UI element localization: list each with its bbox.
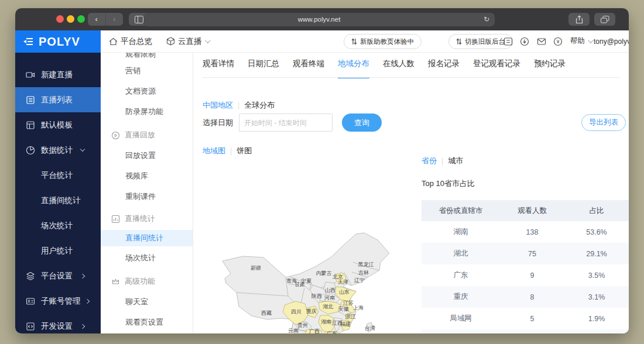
menu-item-watch-limit[interactable]: 观看限制 — [101, 53, 193, 63]
menu-item-session-stats[interactable]: 场次统计 — [101, 250, 193, 266]
menu-item-chatroom[interactable]: 聊天室 — [101, 294, 193, 310]
province-city-toggle: 省份|城市 — [422, 156, 463, 166]
sidebar-item-dev-settings[interactable]: 开发设置 — [15, 314, 101, 333]
camera-icon — [26, 70, 35, 80]
tabs-divider — [203, 77, 619, 78]
code-icon — [26, 322, 35, 331]
tab-registered-watch-records[interactable]: 登记观看记录 — [473, 59, 520, 78]
new-assistant-pill-button[interactable]: 新版助教页体验中 — [344, 34, 422, 49]
map-province-label: 云南 — [288, 328, 299, 333]
billing-icon[interactable]: ¥ — [553, 37, 563, 46]
sidebar-item-platform-stats[interactable]: 平台统计 — [15, 163, 101, 188]
zoom-window-button[interactable] — [77, 15, 85, 23]
cell-viewers: 75 — [500, 250, 564, 258]
region-china-toggle[interactable]: 中国地区 — [203, 101, 233, 109]
menu-item-label: 观看页设置 — [125, 318, 163, 326]
reload-icon[interactable]: ↻ — [484, 13, 489, 26]
province-toggle[interactable]: 省份 — [422, 156, 437, 166]
stats-tabs: 观看详情 日期汇总 观看终端 地域分布 在线人数 报名记录 登记观看记录 预约记… — [203, 59, 566, 78]
query-button[interactable]: 查询 — [342, 113, 382, 132]
date-range-input[interactable] — [239, 113, 333, 132]
account-menu[interactable]: tony@polyv.net — [594, 30, 629, 52]
chevron-down-icon — [204, 37, 210, 43]
map-province-label: 贵州 — [297, 322, 308, 328]
sidebar-item-session-stats[interactable]: 场次统计 — [15, 213, 101, 238]
map-province-label: 重庆 — [306, 308, 317, 314]
collapse-menu-icon[interactable] — [23, 37, 33, 46]
map-province-label: 宁夏 — [301, 278, 311, 284]
sidebar-item-label: 用户统计 — [41, 246, 73, 256]
tab-watch-terminal[interactable]: 观看终端 — [293, 59, 324, 78]
sidebar-item-default-template[interactable]: 默认模板 — [15, 112, 101, 137]
brand-logo[interactable]: POLYV — [15, 30, 101, 53]
pie-tab-toggle[interactable]: 饼图 — [237, 146, 252, 155]
id-card-icon — [26, 297, 35, 306]
menu-item-label: 营销 — [125, 66, 141, 75]
menu-item-replay-settings[interactable]: 回放设置 — [101, 147, 193, 164]
nav-cloud-live[interactable]: 云直播 — [166, 30, 209, 52]
map-tab-toggle[interactable]: 地域图 — [203, 146, 225, 155]
date-range-field[interactable] — [239, 119, 340, 127]
mail-icon[interactable] — [537, 37, 546, 46]
menu-item-label: 重制课件 — [125, 192, 156, 201]
table-row: 广东 9 3.5% — [422, 264, 629, 286]
main-content: 观看详情 日期汇总 观看终端 地域分布 在线人数 报名记录 登记观看记录 预约记… — [193, 53, 629, 333]
sidebar-item-label: 平台设置 — [41, 271, 73, 281]
sidebar-item-label: 默认模板 — [41, 120, 73, 130]
menu-item-label: 防录屏功能 — [125, 107, 163, 116]
close-window-button[interactable] — [56, 15, 64, 23]
map-view-toggle: 地域图|饼图 — [203, 145, 252, 156]
tab-overview-icon[interactable] — [594, 13, 615, 26]
sidebar-item-new-live[interactable]: 新建直播 — [15, 62, 101, 87]
cell-ratio: 1.9% — [564, 315, 629, 323]
replay-icon — [111, 131, 120, 140]
nav-platform-overview[interactable]: 平台总览 — [109, 30, 152, 52]
col-header-viewers: 观看人数 — [500, 206, 564, 216]
sidebar-item-label: 直播列表 — [41, 95, 73, 105]
back-icon[interactable]: ‹ — [88, 13, 105, 26]
export-list-button[interactable]: 导出列表 — [581, 114, 626, 131]
menu-item-channel-stats[interactable]: 直播间统计 — [101, 230, 193, 246]
home-icon — [109, 37, 118, 46]
minimize-window-button[interactable] — [67, 15, 74, 23]
list-icon — [26, 95, 35, 105]
chevron-right-icon — [80, 324, 85, 328]
menu-item-video-library[interactable]: 视频库 — [101, 168, 193, 184]
menu-item-documents[interactable]: 文档资源 — [101, 83, 193, 99]
cell-ratio: 3.1% — [564, 293, 629, 301]
tab-online-count[interactable]: 在线人数 — [383, 59, 415, 78]
sidebar-item-label: 新建直播 — [41, 70, 73, 80]
forward-icon[interactable]: › — [105, 13, 124, 26]
chevron-down-icon — [588, 37, 594, 43]
message-list-icon[interactable] — [503, 37, 513, 46]
sidebar-item-data-stats[interactable]: 数据统计 — [15, 137, 101, 163]
sidebar-item-label: 平台统计 — [41, 170, 73, 181]
city-toggle[interactable]: 城市 — [448, 156, 463, 166]
history-nav-group: ‹ › — [88, 13, 123, 26]
menu-item-watch-page-settings[interactable]: 观看页设置 — [101, 314, 193, 331]
cell-province: 重庆 — [422, 292, 500, 302]
menu-item-remake-courseware[interactable]: 重制课件 — [101, 188, 193, 205]
sidebar-item-live-list[interactable]: 直播列表 — [15, 87, 101, 112]
address-bar[interactable]: www.polyv.net ↻ — [143, 13, 495, 26]
map-province-label: 天津 — [338, 279, 348, 285]
tab-signup-records[interactable]: 报名记录 — [428, 59, 460, 78]
sidebar-item-subaccount[interactable]: 子账号管理 — [15, 288, 101, 314]
sidebar-item-user-stats[interactable]: 用户统计 — [15, 238, 101, 263]
tab-reservation-records[interactable]: 预约记录 — [534, 59, 566, 78]
sidebar-item-channel-stats[interactable]: 直播间统计 — [15, 188, 101, 213]
sidebar-item-platform-settings[interactable]: 平台设置 — [15, 263, 101, 288]
menu-item-marketing[interactable]: 营销 — [101, 63, 193, 79]
toggle-separator: | — [230, 147, 232, 155]
region-global-toggle[interactable]: 全球分布 — [244, 101, 275, 109]
tab-geo-distribution[interactable]: 地域分布 — [338, 59, 369, 78]
help-label: 帮助 — [570, 36, 585, 46]
crown-icon — [111, 277, 120, 285]
help-menu[interactable]: 帮助 — [570, 30, 592, 52]
tab-watch-detail[interactable]: 观看详情 — [203, 59, 234, 78]
download-icon[interactable] — [520, 37, 529, 46]
menu-item-anti-record[interactable]: 防录屏功能 — [101, 104, 193, 120]
swap-arrows-icon — [351, 38, 357, 45]
share-icon[interactable] — [568, 13, 590, 26]
tab-date-summary[interactable]: 日期汇总 — [248, 59, 279, 78]
